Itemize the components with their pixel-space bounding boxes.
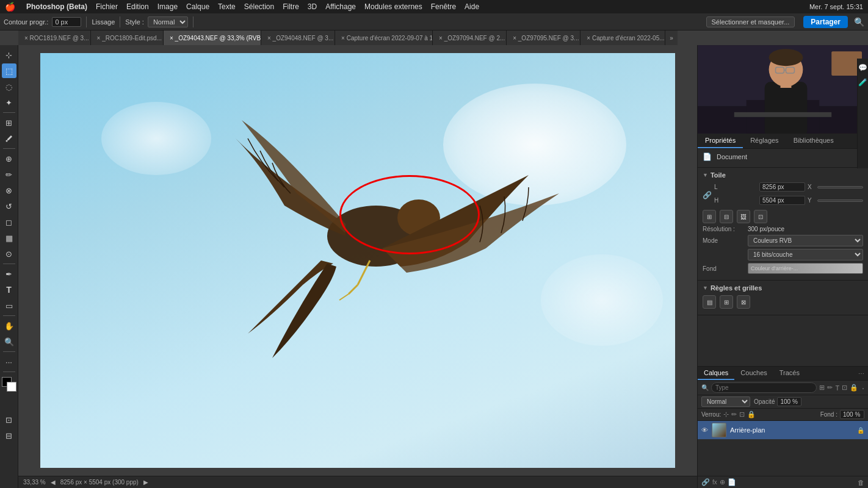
calques-filter-icon-2[interactable]: ✏: [827, 384, 833, 392]
tab-reglages[interactable]: Réglages: [743, 134, 786, 148]
menu-fenetre[interactable]: Fenêtre: [431, 2, 456, 11]
calques-filter-icon-5[interactable]: 🔒: [850, 384, 858, 392]
tab-overflow-button[interactable]: »: [665, 30, 678, 45]
calques-filter-icon-3[interactable]: T: [835, 384, 839, 392]
status-arrow-left[interactable]: ◀: [51, 479, 56, 486]
tab-roc1819[interactable]: × ROC1819.NEF @ 3...: [18, 30, 91, 45]
width-value[interactable]: 8256 px: [759, 182, 805, 192]
status-arrow-right[interactable]: ▶: [143, 479, 148, 486]
tab-oz94043[interactable]: × _OZ94043.NEF @ 33,3% (RVB/16): [164, 30, 261, 45]
fond-color-swatch[interactable]: Couleur d'arrière-...: [748, 263, 863, 274]
verrou-lock-icon[interactable]: 🔒: [747, 411, 756, 418]
icon-btn-1[interactable]: ⊞: [703, 210, 716, 223]
tab-oz97095[interactable]: × _OZ97095.NEF @ 3...: [507, 30, 580, 45]
menu-affichage[interactable]: Affichage: [325, 2, 356, 11]
style-select[interactable]: Normal: [148, 16, 188, 27]
extra-tool-2[interactable]: ⊟: [2, 428, 16, 443]
menu-filtre[interactable]: Filtre: [283, 2, 299, 11]
crop-tool[interactable]: ⊞: [2, 115, 16, 130]
flask-icon[interactable]: 🧪: [858, 78, 867, 87]
menu-image[interactable]: Image: [157, 2, 178, 11]
calques-add-icon[interactable]: ⊕: [720, 478, 725, 486]
tab-oz94048[interactable]: × _OZ94048.NEF @ 3...: [261, 30, 335, 45]
menu-aide[interactable]: Aide: [465, 2, 479, 11]
contour-input[interactable]: [52, 17, 81, 27]
shape-tool[interactable]: ▭: [2, 298, 16, 313]
tab-proprietes[interactable]: Propriétés: [698, 134, 743, 148]
wand-tool[interactable]: ✦: [2, 95, 16, 110]
partager-button[interactable]: Partager: [803, 16, 848, 28]
menu-edition[interactable]: Edition: [126, 2, 149, 11]
zoom-tool[interactable]: 🔍: [2, 334, 16, 349]
calques-link-icon[interactable]: 🔗: [701, 478, 710, 486]
brush-tool[interactable]: ✏: [2, 167, 16, 182]
gradient-tool[interactable]: ▦: [2, 231, 16, 245]
x-value: [817, 186, 863, 188]
toile-header[interactable]: ▼ Toile: [703, 171, 863, 179]
verrou-pixel-icon[interactable]: ⊡: [739, 411, 745, 418]
blend-mode-select[interactable]: Normal: [701, 396, 750, 407]
marquee-tool[interactable]: ⬚: [2, 63, 16, 78]
extra-tool-1[interactable]: ⊡: [2, 412, 16, 427]
verrou-draw-icon[interactable]: ✏: [731, 411, 737, 418]
icon-btn-4[interactable]: ⊡: [754, 210, 767, 223]
regles-icon-2[interactable]: ⊞: [720, 295, 733, 309]
verrou-pos-icon[interactable]: ⊹: [723, 411, 729, 418]
bits-select[interactable]: 16 bits/couche: [748, 249, 863, 260]
calques-tab[interactable]: Calques: [698, 367, 734, 380]
layer-visibility-toggle[interactable]: 👁: [701, 426, 708, 434]
canvas-container[interactable]: [18, 45, 697, 476]
calques-filter-icon-4[interactable]: ⊡: [842, 384, 847, 392]
regles-icon-1[interactable]: ▤: [703, 295, 716, 309]
icon-btn-3[interactable]: 🖼: [737, 210, 750, 223]
calques-search-input[interactable]: [711, 382, 817, 393]
history-brush-tool[interactable]: ↺: [2, 199, 16, 214]
pen-tool[interactable]: ✒: [2, 267, 16, 281]
menu-fichier[interactable]: Fichier: [96, 2, 118, 11]
calques-filter-icon-1[interactable]: ⊞: [819, 384, 825, 392]
traces-tab[interactable]: Tracés: [773, 367, 806, 380]
height-value[interactable]: 5504 px: [759, 196, 805, 205]
select-mask-button[interactable]: Sélectionner et masquer...: [706, 16, 795, 27]
calques-option-icon[interactable]: ⋯: [858, 370, 864, 377]
tab-bibliotheques[interactable]: Bibliothèques: [786, 134, 841, 148]
menu-texte[interactable]: Texte: [218, 2, 236, 11]
menu-modules[interactable]: Modules externes: [364, 2, 422, 11]
more-tools-button[interactable]: ···: [2, 354, 16, 369]
regles-icon-3[interactable]: ⊠: [737, 295, 750, 309]
search-icon[interactable]: 🔍: [854, 17, 864, 27]
calques-fx-icon[interactable]: fx: [712, 479, 717, 486]
menu-calque[interactable]: Calque: [186, 2, 209, 11]
eraser-tool[interactable]: ◻: [2, 215, 16, 229]
regles-header[interactable]: ▼ Règles et grilles: [703, 284, 863, 292]
calques-delete-icon[interactable]: 🗑: [858, 479, 864, 486]
lasso-tool[interactable]: ◌: [2, 79, 16, 94]
color-picker[interactable]: [2, 377, 16, 392]
hand-tool[interactable]: ✋: [2, 318, 16, 333]
opacity-input[interactable]: [777, 397, 801, 406]
background-color[interactable]: [7, 382, 16, 392]
tab-oz97094[interactable]: × _OZ97094.NEF @ 2...: [433, 30, 507, 45]
calques-new-icon[interactable]: 📄: [728, 478, 736, 486]
fond-opacity-input[interactable]: [840, 410, 864, 419]
menu-app-name[interactable]: Photoshop (Beta): [26, 2, 87, 11]
text-tool[interactable]: T: [2, 282, 16, 297]
dodge-tool[interactable]: ⊙: [2, 246, 16, 261]
clone-tool[interactable]: ⊗: [2, 183, 16, 198]
eyedropper-tool[interactable]: [2, 131, 16, 146]
regles-chevron: ▼: [703, 285, 708, 291]
icon-btn-2[interactable]: ⊟: [720, 210, 733, 223]
tab-capture1[interactable]: × Capture d'écran 2022-09-07 à 14.05.56.…: [335, 30, 433, 45]
tab-capture2[interactable]: × Capture d'écran 2022-05...: [580, 30, 665, 45]
menu-selection[interactable]: Sélection: [244, 2, 274, 11]
link-icon[interactable]: 🔗: [703, 191, 712, 199]
layer-row-arriere-plan[interactable]: 👁 Arrière-plan 🔒: [698, 421, 868, 439]
menu-3d[interactable]: 3D: [308, 2, 317, 11]
mode-select[interactable]: Couleurs RVB: [748, 235, 863, 246]
couches-tab[interactable]: Couches: [734, 367, 773, 380]
tab-roc1809[interactable]: × _ROC1809-Edit.psd...: [91, 30, 164, 45]
healing-tool[interactable]: ⊕: [2, 151, 16, 166]
move-tool[interactable]: ⊹: [2, 48, 16, 62]
apple-icon[interactable]: 🍎: [5, 2, 15, 12]
chat-icon[interactable]: 💬: [858, 63, 867, 72]
